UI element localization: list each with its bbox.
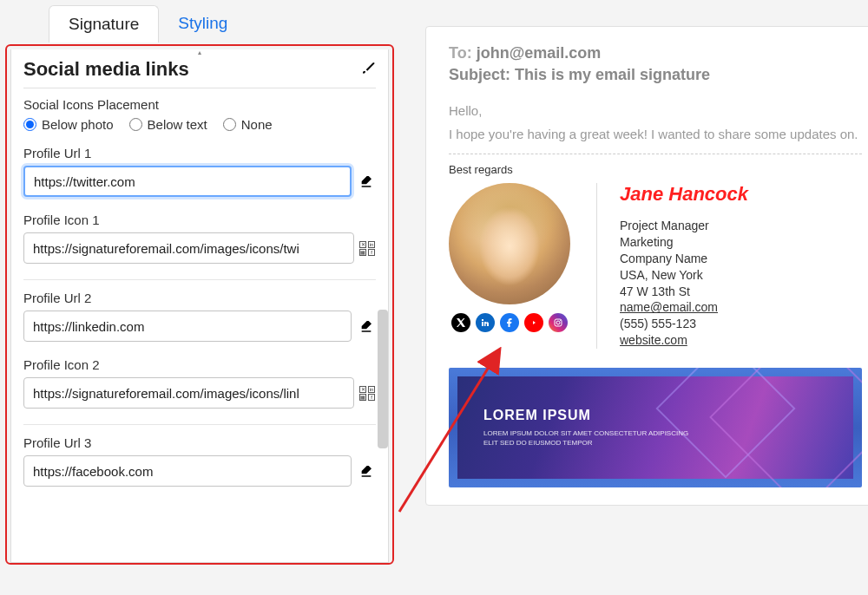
divider xyxy=(449,154,862,154)
svg-point-1 xyxy=(556,321,560,324)
radio-none[interactable]: None xyxy=(223,117,273,132)
signature-name: Jane Hancock xyxy=(620,183,748,206)
profile-url-2-label: Profile Url 2 xyxy=(23,291,376,305)
profile-url-3-input[interactable] xyxy=(23,455,352,487)
tab-signature[interactable]: Signature xyxy=(49,5,159,42)
signature-dept: Marketing xyxy=(620,234,748,251)
facebook-icon[interactable] xyxy=(500,313,519,332)
signature-phone: (555) 555-123 xyxy=(620,316,748,332)
signature-email[interactable]: name@email.com xyxy=(620,299,748,316)
clear-url-1-button[interactable] xyxy=(357,173,376,189)
radio-none-input[interactable] xyxy=(223,118,236,131)
signature-address: 47 W 13th St xyxy=(620,284,748,300)
radio-below-text-label: Below text xyxy=(148,117,207,132)
icon-palette-1[interactable]: ✕in▦f xyxy=(359,241,376,256)
placement-radio-group: Below photo Below text None xyxy=(23,117,376,132)
linkedin-icon[interactable] xyxy=(476,313,495,332)
radio-below-photo-label: Below photo xyxy=(42,117,114,132)
profile-icon-1-input[interactable] xyxy=(23,232,354,264)
radio-below-photo-input[interactable] xyxy=(23,118,36,131)
email-body: I hope you're having a great week! I wan… xyxy=(449,127,862,141)
banner-title: LOREM IPSUM xyxy=(483,408,853,423)
brush-icon[interactable] xyxy=(360,60,376,79)
svg-point-2 xyxy=(560,320,561,321)
profile-icon-2-label: Profile Icon 2 xyxy=(23,357,376,372)
radio-below-text-input[interactable] xyxy=(129,118,142,131)
youtube-icon[interactable] xyxy=(524,313,543,332)
profile-url-1-input[interactable] xyxy=(23,166,352,197)
regards-text: Best regards xyxy=(449,163,862,176)
signature-website[interactable]: website.com xyxy=(620,332,748,349)
scrollbar-thumb[interactable] xyxy=(378,310,388,448)
tab-styling[interactable]: Styling xyxy=(159,5,247,42)
email-preview: To: john@email.com Subject: This is my e… xyxy=(425,26,868,506)
avatar-image xyxy=(449,183,570,304)
icon-palette-2[interactable]: ✕in▦f xyxy=(359,386,376,401)
settings-panel: ▴ Social media links Social Icons Placem… xyxy=(10,49,389,563)
profile-icon-1-label: Profile Icon 1 xyxy=(23,212,376,227)
profile-url-2-input[interactable] xyxy=(23,311,352,342)
signature-location: USA, New York xyxy=(620,267,748,284)
signature-company: Company Name xyxy=(620,251,748,267)
radio-below-text[interactable]: Below text xyxy=(129,117,207,132)
email-subject-line: Subject: This is my email signature xyxy=(449,66,862,84)
signature-block: Jane Hancock Project Manager Marketing C… xyxy=(449,183,862,349)
tab-bar: Signature Styling xyxy=(5,5,394,42)
profile-url-3-label: Profile Url 3 xyxy=(23,435,376,450)
banner-subtitle: LOREM IPSUM DOLOR SIT AMET CONSECTETUR A… xyxy=(483,428,692,448)
scroll-up-indicator[interactable]: ▴ xyxy=(11,49,388,55)
clear-url-3-button[interactable] xyxy=(357,463,376,479)
email-to-line: To: john@email.com xyxy=(449,44,862,62)
profile-url-1-label: Profile Url 1 xyxy=(23,146,376,160)
email-hello: Hello, xyxy=(449,103,862,118)
highlight-outline: ▴ Social media links Social Icons Placem… xyxy=(5,44,394,565)
x-twitter-icon[interactable] xyxy=(451,313,470,332)
radio-none-label: None xyxy=(241,117,273,132)
instagram-icon[interactable] xyxy=(549,313,568,332)
radio-below-photo[interactable]: Below photo xyxy=(23,117,114,132)
signature-role: Project Manager xyxy=(620,218,748,234)
clear-url-2-button[interactable] xyxy=(357,318,376,334)
placement-label: Social Icons Placement xyxy=(23,97,376,112)
social-icons-row xyxy=(451,313,568,332)
promo-banner: LOREM IPSUM LOREM IPSUM DOLOR SIT AMET C… xyxy=(449,368,862,487)
section-title: Social media links xyxy=(23,58,189,81)
profile-icon-2-input[interactable] xyxy=(23,377,354,409)
